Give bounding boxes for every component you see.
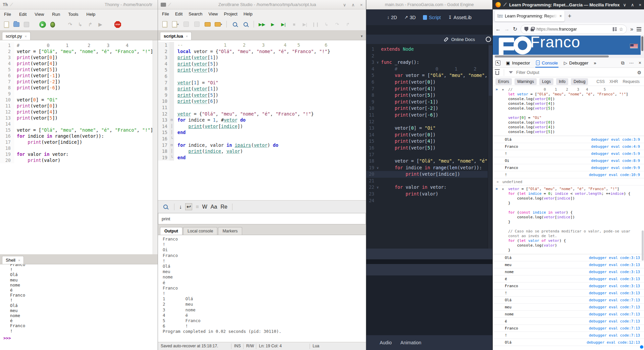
- code-line[interactable]: 5print(vetor[5]): [0, 67, 158, 73]
- code-line[interactable]: 12print(vetor[4]): [0, 109, 158, 115]
- fold-marker[interactable]: │: [169, 148, 174, 155]
- code-line[interactable]: 3print(vetor[1]): [158, 54, 366, 61]
- tracking-protection-shield-icon[interactable]: [524, 27, 528, 32]
- fold-marker[interactable]: └: [169, 136, 174, 142]
- tab-console[interactable]: › Console: [535, 58, 558, 68]
- code-line[interactable]: 19∨ for indice in range(len(vetor)):: [366, 165, 492, 171]
- code-line[interactable]: 1# 0 1 2 3 4: [0, 42, 158, 48]
- site-logo-ring[interactable]: [514, 36, 532, 54]
- more-tabs-icon[interactable]: »: [594, 60, 596, 65]
- tab-script-py[interactable]: script.py ×: [2, 32, 31, 40]
- menu-search[interactable]: Search: [189, 11, 202, 16]
- code-line[interactable]: 13 vetor[0] = "Oi": [366, 125, 492, 132]
- responsive-mode-icon[interactable]: ⧉: [621, 60, 625, 66]
- bottom-panel-subheader[interactable]: [366, 264, 492, 275]
- log-location-link[interactable]: debugger eval code:3:13: [589, 277, 640, 281]
- console-output[interactable]: » ▼ // 0 1 2 3 4 5let vetor = ["Olá", "m…: [493, 86, 644, 350]
- filter-debug[interactable]: Debug: [571, 78, 588, 85]
- shade-button[interactable]: ∨: [623, 2, 626, 7]
- log-location-link[interactable]: debugger eval code:8:9: [591, 159, 640, 163]
- fold-marker[interactable]: [376, 125, 380, 132]
- code-line[interactable]: 10vetor[0] = "Oi": [0, 97, 158, 103]
- code-line[interactable]: 23 print(valor): [366, 191, 492, 198]
- find-match-case-button[interactable]: Aa: [211, 204, 217, 210]
- detach-button[interactable]: ▶|: [301, 20, 309, 28]
- menu-view[interactable]: View: [209, 11, 218, 16]
- site-logo-f[interactable]: [499, 38, 514, 55]
- url-text[interactable]: https://www.francogar: [536, 27, 610, 32]
- shade-button[interactable]: ∨: [343, 2, 346, 7]
- fold-marker[interactable]: ⊟: [169, 142, 174, 148]
- filter-output-input[interactable]: Filter Output: [516, 70, 634, 75]
- menu-edit[interactable]: Edit: [19, 12, 26, 17]
- fold-marker[interactable]: [376, 158, 380, 165]
- project-dir-from-file-button[interactable]: [204, 20, 212, 28]
- output-panel[interactable]: Franco!OiFranco!OlámeunomeéFranco!1 Olá2…: [158, 235, 366, 342]
- code-line[interactable]: 4 # 0 1 2 3: [366, 66, 492, 73]
- menu-view[interactable]: View: [35, 12, 44, 17]
- debug-button[interactable]: [49, 21, 56, 28]
- workspace-2d-button[interactable]: ↕ 2D: [387, 15, 397, 20]
- devtools-close-icon[interactable]: ×: [639, 60, 641, 65]
- log-location-link[interactable]: debugger eval code:12:13: [587, 340, 640, 345]
- code-line[interactable]: 17 print(vetor[indice]): [0, 139, 158, 145]
- clear-console-icon[interactable]: [495, 71, 499, 75]
- code-line[interactable]: 6 print(vetor[0]): [366, 79, 492, 86]
- code-line[interactable]: 6print(vetor[-1]): [0, 73, 158, 79]
- step-into-button[interactable]: ↳: [322, 20, 330, 28]
- menu-project[interactable]: Project: [224, 11, 237, 16]
- code-line[interactable]: console.log(vetor[5]): [508, 130, 641, 134]
- fold-marker[interactable]: ∨: [376, 165, 380, 171]
- gdscript-editor[interactable]: 1extends Node2 3∨func _ready():4 # 0 1 2…: [366, 44, 492, 249]
- code-line[interactable]: 2local vetor = {"Olá", "meu", "nome", "é…: [158, 48, 366, 55]
- firefox-titlebar[interactable]: ⟋ Learn Programming: Repet...Garcia — Mo…: [493, 0, 644, 9]
- code-line[interactable]: console.log(vetor[indice]): [508, 196, 641, 201]
- us-flag-icon[interactable]: [630, 44, 638, 48]
- code-line[interactable]: 8print(vetor[1]): [158, 86, 366, 92]
- fold-marker[interactable]: [169, 92, 174, 98]
- log-location-link[interactable]: debugger eval code:7:13: [589, 312, 640, 316]
- log-location-link[interactable]: debugger eval code:9:9: [591, 166, 640, 170]
- find-input[interactable]: print: [158, 213, 366, 224]
- console-scrollbar[interactable]: [642, 230, 644, 261]
- debug-run-button[interactable]: ▶▶: [258, 20, 266, 28]
- reload-button[interactable]: ↻: [513, 26, 517, 32]
- tab-script-lua[interactable]: script.lua ×: [160, 32, 192, 40]
- close-button[interactable]: ×: [360, 2, 363, 7]
- open-file-button[interactable]: ▾: [171, 20, 179, 28]
- find-scope-button[interactable]: [161, 203, 169, 211]
- fold-marker[interactable]: [376, 105, 380, 112]
- code-line[interactable]: 4print(vetor[5]): [158, 61, 366, 67]
- code-line[interactable]: 3∨func _ready():: [366, 59, 492, 66]
- code-line[interactable]: for (let valor of vetor) {: [508, 238, 641, 243]
- code-line[interactable]: 8 print(vetor[5]): [366, 92, 492, 99]
- code-line[interactable]: // Caso não se pretenda modificar o valo…: [508, 229, 641, 234]
- fold-marker[interactable]: └: [169, 155, 174, 161]
- code-line[interactable]: [508, 206, 641, 210]
- page-vertical-scrollbar[interactable]: [641, 36, 644, 55]
- step-out-button[interactable]: ↱: [344, 20, 352, 28]
- fold-marker[interactable]: [376, 119, 380, 125]
- filter-errors[interactable]: Errors: [495, 78, 512, 85]
- bottom-panel-header[interactable]: [366, 249, 492, 259]
- code-line[interactable]: 12vetor = {"Olá", "meu", "nome", "é", "F…: [158, 111, 366, 117]
- code-line[interactable]: 2vetor = ["Olá", "meu", "nome", "é", "Fr…: [0, 48, 158, 54]
- code-line[interactable]: 16for indice in range(len(vetor)):: [0, 133, 158, 139]
- fold-marker[interactable]: [376, 112, 380, 119]
- log-location-link[interactable]: debugger eval code:3:13: [589, 256, 640, 260]
- fold-marker[interactable]: [376, 132, 380, 138]
- pin-icon[interactable]: ⟋: [503, 2, 506, 7]
- expand-icon[interactable]: ▼: [502, 88, 504, 92]
- fold-marker[interactable]: [376, 171, 380, 178]
- filter-requests[interactable]: Requests: [622, 79, 641, 84]
- fold-marker[interactable]: [376, 92, 380, 99]
- code-line[interactable]: 18: [0, 145, 158, 151]
- godot-titlebar[interactable]: main.tscn - FrancoGarcia.com - Godot Eng…: [366, 0, 492, 9]
- code-line[interactable]: 3print(vetor[0]): [0, 54, 158, 60]
- code-line[interactable]: 12: [366, 119, 492, 125]
- code-line[interactable]: 5print(vetor[6]): [158, 67, 366, 73]
- code-line[interactable]: console.log(vetor[0]): [508, 120, 641, 125]
- fold-marker[interactable]: [376, 53, 380, 59]
- hamburger-menu-button[interactable]: [637, 27, 641, 31]
- find-context-button[interactable]: ≡: [196, 204, 199, 210]
